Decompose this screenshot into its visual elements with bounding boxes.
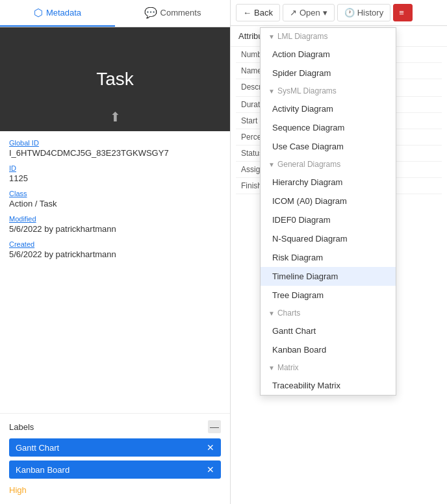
- item-tree-diagram[interactable]: Tree Diagram: [261, 286, 396, 305]
- item-hierarchy-diagram[interactable]: Hierarchy Diagram: [261, 173, 396, 192]
- right-toolbar: ← Back ↗ Open ▾ 🕐 History ≡: [231, 0, 447, 26]
- open-button[interactable]: ↗ Open ▾: [283, 4, 335, 21]
- matrix-section-label: Matrix: [277, 363, 299, 372]
- metadata-icon: ⬡: [34, 6, 43, 19]
- comments-icon: 💬: [144, 6, 157, 19]
- open-label: Open: [300, 8, 320, 18]
- history-button[interactable]: 🕐 History: [337, 4, 390, 21]
- created-row: Created 5/6/2022 by patrickhartmann: [9, 240, 221, 259]
- created-label[interactable]: Created: [9, 240, 221, 248]
- item-use-case-diagram[interactable]: Use Case Diagram: [261, 137, 396, 156]
- danger-button[interactable]: ≡: [393, 4, 413, 21]
- danger-icon: ≡: [399, 8, 404, 18]
- item-traceability-matrix[interactable]: Traceability Matrix: [261, 376, 396, 395]
- section-charts-header: ▼ Charts: [261, 305, 396, 321]
- id-row: ID 1125: [9, 164, 221, 183]
- history-clock-icon: 🕐: [344, 8, 355, 18]
- tab-metadata-label: Metadata: [46, 8, 81, 18]
- created-value: 5/6/2022 by patrickhartmann: [9, 249, 221, 259]
- global-id-row: Global ID I_6HTWD4CDMCJ5G_83E23TGKWSGY7: [9, 139, 221, 158]
- item-spider-diagram[interactable]: Spider Diagram: [261, 64, 396, 82]
- section-general-header: ▼ General Diagrams: [261, 156, 396, 173]
- section-lml-header: ▼ LML Diagrams: [261, 28, 396, 45]
- id-label[interactable]: ID: [9, 164, 221, 172]
- labels-section: Labels — Gantt Chart ✕ Kanban Board ✕ Hi…: [0, 413, 230, 504]
- history-label: History: [357, 8, 383, 18]
- label-kanban-remove[interactable]: ✕: [207, 464, 214, 475]
- sysml-section-label: SysML Diagrams: [277, 86, 337, 95]
- item-nsquared-diagram[interactable]: N-Squared Diagram: [261, 229, 396, 248]
- charts-section-label: Charts: [277, 309, 300, 318]
- back-button[interactable]: ← Back: [236, 4, 280, 21]
- info-section: Global ID I_6HTWD4CDMCJ5G_83E23TGKWSGY7 …: [0, 131, 230, 413]
- matrix-chevron-icon: ▼: [268, 364, 275, 372]
- open-dropdown: ▼ LML Diagrams Action Diagram Spider Dia…: [260, 27, 396, 396]
- lml-section-label: LML Diagrams: [277, 32, 328, 41]
- global-id-value: I_6HTWD4CDMCJ5G_83E23TGKWSGY7: [9, 148, 221, 158]
- right-panel: ← Back ↗ Open ▾ 🕐 History ≡ Attributes N…: [231, 0, 447, 504]
- item-icom-diagram[interactable]: ICOM (A0) Diagram: [261, 192, 396, 210]
- label-high: High: [9, 483, 221, 498]
- label-kanban-text: Kanban Board: [16, 465, 70, 475]
- thumbnail-title: Task: [96, 69, 134, 90]
- open-chevron-icon: ▾: [323, 8, 327, 18]
- item-sequence-diagram[interactable]: Sequence Diagram: [261, 118, 396, 137]
- class-value: Action / Task: [9, 199, 221, 208]
- back-label: Back: [254, 8, 273, 18]
- back-arrow-icon: ←: [243, 8, 251, 18]
- item-timeline-diagram[interactable]: Timeline Diagram: [261, 267, 396, 286]
- charts-chevron-icon: ▼: [268, 310, 275, 317]
- item-kanban-board[interactable]: Kanban Board: [261, 340, 396, 359]
- lml-chevron-icon: ▼: [268, 33, 275, 40]
- label-kanban-board[interactable]: Kanban Board ✕: [9, 460, 221, 479]
- modified-row: Modified 5/6/2022 by patrickhartmann: [9, 215, 221, 234]
- labels-header: Labels —: [9, 420, 221, 433]
- labels-title: Labels: [9, 422, 34, 432]
- class-row: Class Action / Task: [9, 190, 221, 208]
- modified-label[interactable]: Modified: [9, 215, 221, 223]
- label-gantt-text: Gantt Chart: [16, 443, 59, 453]
- tab-metadata[interactable]: ⬡ Metadata: [0, 0, 115, 27]
- tabs-bar: ⬡ Metadata 💬 Comments: [0, 0, 230, 27]
- sysml-chevron-icon: ▼: [268, 88, 275, 95]
- thumbnail-area: Task ⬆: [0, 27, 230, 131]
- item-activity-diagram[interactable]: Activity Diagram: [261, 99, 396, 118]
- modified-value: 5/6/2022 by patrickhartmann: [9, 224, 221, 234]
- open-icon: ↗: [290, 8, 297, 18]
- global-id-label[interactable]: Global ID: [9, 139, 221, 147]
- item-action-diagram[interactable]: Action Diagram: [261, 45, 396, 64]
- label-gantt-remove[interactable]: ✕: [207, 442, 214, 453]
- class-label[interactable]: Class: [9, 190, 221, 197]
- section-sysml-header: ▼ SysML Diagrams: [261, 82, 396, 99]
- left-panel: ⬡ Metadata 💬 Comments Task ⬆ Global ID I…: [0, 0, 231, 504]
- section-matrix-header: ▼ Matrix: [261, 359, 396, 376]
- general-chevron-icon: ▼: [268, 161, 275, 168]
- upload-icon[interactable]: ⬆: [110, 109, 121, 125]
- labels-collapse-button[interactable]: —: [208, 420, 221, 433]
- item-risk-diagram[interactable]: Risk Diagram: [261, 248, 396, 267]
- tab-comments[interactable]: 💬 Comments: [115, 0, 230, 27]
- item-gantt-chart[interactable]: Gantt Chart: [261, 321, 396, 340]
- id-value: 1125: [9, 173, 221, 183]
- item-idef0-diagram[interactable]: IDEF0 Diagram: [261, 210, 396, 229]
- general-section-label: General Diagrams: [277, 160, 340, 169]
- label-gantt-chart[interactable]: Gantt Chart ✕: [9, 438, 221, 457]
- tab-comments-label: Comments: [160, 8, 201, 18]
